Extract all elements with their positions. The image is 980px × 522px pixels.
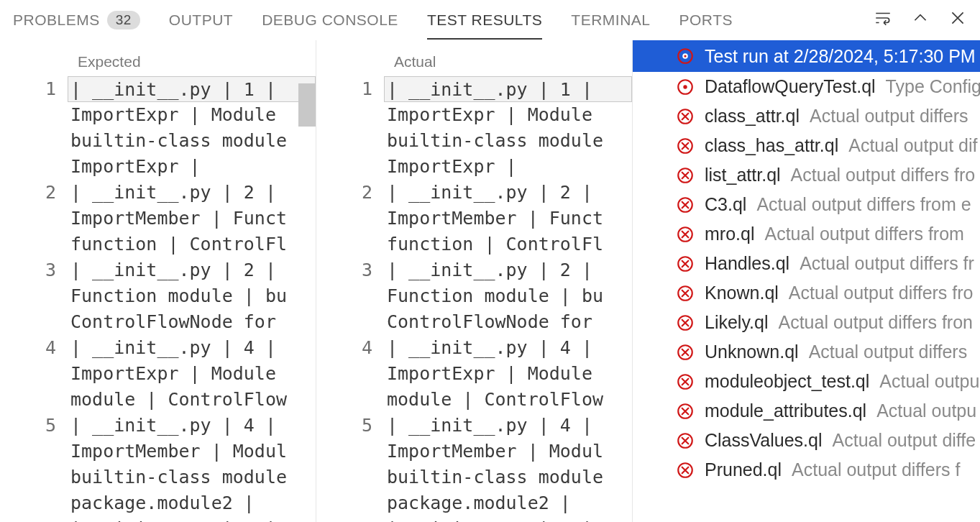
close-icon[interactable]	[948, 9, 967, 31]
test-result-message: Actual output differs fro	[789, 283, 974, 303]
tab-debug-console[interactable]: DEBUG CONSOLE	[262, 1, 398, 39]
test-result-row[interactable]: class_has_attr.qlActual output dif	[633, 131, 980, 160]
line-number	[0, 490, 56, 516]
line-number	[0, 464, 56, 490]
actual-gutter: 123456	[316, 76, 387, 522]
tab-ports[interactable]: PORTS	[679, 1, 733, 39]
line-number: 4	[0, 335, 56, 361]
test-result-message: Actual output diffe	[833, 430, 976, 451]
code-line: | __init__.py | 4 |	[70, 335, 316, 361]
test-result-row[interactable]: Unknown.qlActual output differs	[633, 337, 980, 367]
status-fail-icon	[676, 284, 695, 303]
line-number	[316, 232, 372, 257]
minimap-scrollbar[interactable]	[298, 83, 316, 127]
test-result-message: Actual output dif	[848, 135, 977, 156]
code-line: ImportExpr |	[387, 154, 632, 180]
code-line: ControlFlowNode for	[70, 309, 316, 335]
line-number	[0, 361, 56, 387]
test-run-header-label: Test run at 2/28/2024, 5:17:30 PM	[705, 46, 976, 67]
code-line: ImportExpr | Module	[70, 102, 316, 128]
chevron-up-icon[interactable]	[911, 9, 930, 31]
test-result-row[interactable]: list_attr.qlActual output differs fro	[633, 160, 980, 190]
test-result-message: Actual output differs fro	[791, 165, 976, 186]
test-result-message: Actual outpu	[879, 371, 979, 392]
code-line: | __init__.py | 4 |	[387, 335, 632, 361]
status-running-icon	[676, 78, 695, 96]
actual-code: | __init__.py | 1 | ImportExpr | Module …	[387, 76, 632, 522]
line-number: 6	[0, 516, 56, 522]
tab-problems-label: PROBLEMS	[13, 12, 100, 29]
test-run-header[interactable]: Test run at 2/28/2024, 5:17:30 PM	[633, 40, 980, 72]
panel-tabbar: PROBLEMS 32 OUTPUT DEBUG CONSOLE TEST RE…	[0, 0, 980, 40]
line-number	[0, 232, 56, 257]
expected-gutter: 123456	[0, 76, 70, 522]
status-fail-icon	[676, 313, 695, 332]
diff-expected-column: Expected 123456 | __init__.py | 1 | Impo…	[0, 40, 316, 522]
test-file-name: mro.ql	[705, 224, 754, 244]
code-line: Function module | bu	[387, 283, 632, 309]
tab-problems[interactable]: PROBLEMS 32	[13, 1, 140, 40]
test-file-name: list_attr.ql	[705, 165, 781, 186]
code-line: module | ControlFlow	[387, 387, 632, 413]
test-result-row[interactable]: ClassValues.qlActual output diffe	[633, 426, 980, 455]
test-result-message: Actual output differs	[810, 106, 968, 127]
status-fail-icon	[676, 343, 695, 362]
code-line: | __init__.py | 1 |	[384, 76, 632, 102]
diff-actual-column: Actual 123456 | __init__.py | 1 | Import…	[316, 40, 633, 522]
test-result-row[interactable]: moduleobject_test.qlActual outpu	[633, 367, 980, 396]
line-number: 3	[316, 257, 372, 283]
code-line: | __init__.py | 1 |	[68, 76, 316, 102]
status-fail-icon	[676, 461, 695, 480]
line-number: 1	[316, 76, 372, 102]
line-number	[316, 387, 372, 413]
code-line: builtin-class module	[70, 128, 316, 154]
test-result-row[interactable]: C3.qlActual output differs from e	[633, 190, 980, 219]
tab-output[interactable]: OUTPUT	[169, 1, 233, 39]
test-result-row[interactable]: Pruned.qlActual output differs f	[633, 455, 980, 485]
line-number	[316, 361, 372, 387]
line-number: 6	[316, 516, 372, 522]
test-result-message: Actual output differs f	[792, 459, 960, 480]
test-result-row[interactable]: mro.qlActual output differs from	[633, 219, 980, 249]
test-file-name: Known.ql	[705, 283, 779, 303]
expected-code-area[interactable]: 123456 | __init__.py | 1 | ImportExpr | …	[0, 76, 316, 522]
code-line: package.module2 |	[70, 490, 316, 516]
test-run-list: Test run at 2/28/2024, 5:17:30 PM Datafl…	[633, 40, 980, 522]
line-number	[0, 439, 56, 464]
code-line: ImportExpr | Module	[387, 102, 632, 128]
actual-header: Actual	[316, 40, 632, 76]
line-number	[0, 102, 56, 128]
code-line: ControlFlowNode for	[387, 309, 632, 335]
test-result-message: Actual output differs from e	[756, 194, 971, 215]
code-line: | __init__.py | 4 |	[387, 413, 632, 439]
tab-ports-label: PORTS	[679, 12, 733, 29]
test-file-name: ClassValues.ql	[705, 430, 823, 451]
line-number	[316, 283, 372, 309]
actual-code-area[interactable]: 123456 | __init__.py | 1 | ImportExpr | …	[316, 76, 632, 522]
word-wrap-icon[interactable]	[874, 9, 892, 31]
code-line: function | ControlFl	[387, 232, 632, 257]
test-result-row[interactable]: module_attributes.qlActual outpu	[633, 396, 980, 426]
test-result-message: Actual output differs from	[764, 224, 963, 244]
status-fail-icon	[676, 225, 695, 244]
tab-test-results[interactable]: TEST RESULTS	[427, 1, 542, 39]
code-line: function | ControlFl	[70, 232, 316, 257]
tab-terminal[interactable]: TERMINAL	[571, 1, 650, 39]
line-number	[0, 309, 56, 335]
test-result-row[interactable]: Known.qlActual output differs fro	[633, 278, 980, 308]
test-result-row[interactable]: Handles.qlActual output differs fr	[633, 249, 980, 278]
test-file-name: Unknown.ql	[705, 342, 799, 362]
line-number: 5	[316, 413, 372, 439]
line-number: 4	[316, 335, 372, 361]
test-result-message: Actual output differs	[809, 342, 968, 362]
expected-header: Expected	[0, 40, 316, 76]
expected-code: | __init__.py | 1 | ImportExpr | Module …	[70, 76, 316, 522]
test-result-row[interactable]: Likely.qlActual output differs fron	[633, 308, 980, 337]
code-line: Function module | bu	[70, 283, 316, 309]
test-result-message: Actual output differs fr	[800, 253, 974, 274]
test-result-row[interactable]: DataflowQueryTest.qlType Config	[633, 72, 980, 101]
test-result-row[interactable]: class_attr.qlActual output differs	[633, 101, 980, 131]
line-number	[0, 283, 56, 309]
test-result-message: Type Config	[886, 76, 980, 97]
code-line: ImportMember | Modul	[387, 439, 632, 464]
